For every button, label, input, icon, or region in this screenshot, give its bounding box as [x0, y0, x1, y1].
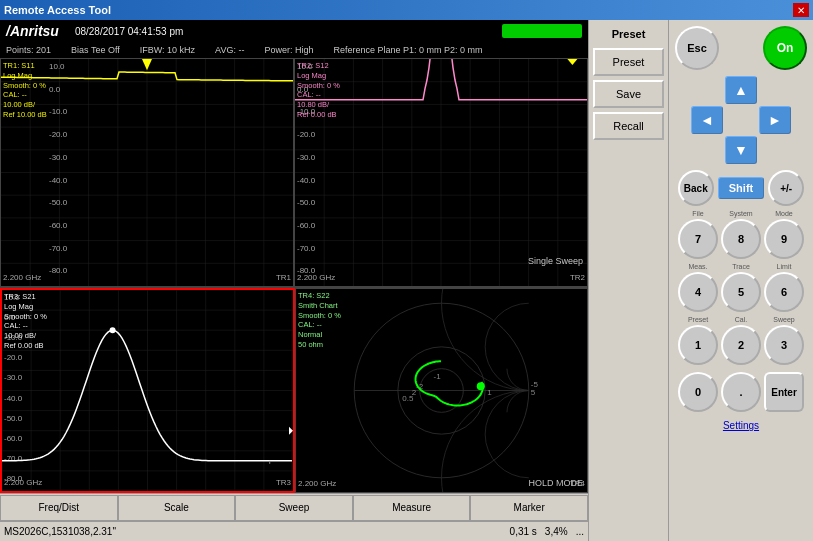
numpad3: 1 2 3 [675, 325, 807, 365]
arrow-empty-br [759, 136, 791, 164]
plusminus-button[interactable]: +/- [768, 170, 804, 206]
chart-tr1: TR1: S11Log MagSmooth: 0 %CAL: --10.00 d… [0, 58, 294, 287]
window-title: Remote Access Tool [4, 4, 111, 16]
close-button[interactable]: ✕ [793, 3, 809, 17]
numpad-row-label-3: Preset Cal. Sweep [675, 316, 807, 323]
num-8-button[interactable]: 8 [721, 219, 761, 259]
num-2-button[interactable]: 2 [721, 325, 761, 365]
tr3-name: TR3 [276, 478, 291, 487]
preset-button[interactable]: Preset [593, 48, 664, 76]
num-6-button[interactable]: 6 [764, 272, 804, 312]
save-button[interactable]: Save [593, 80, 664, 108]
tr4-label: TR4: S22Smith ChartSmooth: 0 %CAL: --Nor… [298, 291, 341, 350]
on-button[interactable]: On [763, 26, 807, 70]
tr1-freq-start: 2.200 GHz [3, 273, 41, 282]
arrow-up-button[interactable]: ▲ [725, 76, 757, 104]
numpad-row-label-1: File System Mode [675, 210, 807, 217]
shift-back-row: Back Shift +/- [675, 170, 807, 206]
chart-tr4: TR4: S22Smith ChartSmooth: 0 %CAL: --Nor… [295, 288, 588, 493]
bottom-charts: TR3: S21Log MagSmooth: 0 %CAL: --10.00 d… [0, 288, 588, 493]
top-charts: TR1: S11Log MagSmooth: 0 %CAL: --10.00 d… [0, 58, 588, 288]
control-panel: Esc On ▲ ◄ ► ▼ Back Shift +/- File Syste… [668, 20, 813, 541]
measure-button[interactable]: Measure [353, 495, 471, 521]
single-sweep-label: Single Sweep [528, 256, 583, 266]
numpad-row-label-2: Meas. Trace Limit [675, 263, 807, 270]
numpad2: 4 5 6 [675, 272, 807, 312]
numpad: 7 8 9 [675, 219, 807, 259]
tr3-freq-start: 2.200 GHz [4, 478, 42, 487]
arrow-pad: ▲ ◄ ► ▼ [691, 76, 791, 164]
enter-button[interactable]: Enter [764, 372, 804, 412]
num-1-button[interactable]: 1 [678, 325, 718, 365]
status-left: MS2026C,1531038,2.31" [4, 526, 116, 537]
num-dot-button[interactable]: . [721, 372, 761, 412]
ifbw-info: IFBW: 10 kHz [140, 45, 195, 55]
num-0-button[interactable]: 0 [678, 372, 718, 412]
sweep-button[interactable]: Sweep [235, 495, 353, 521]
chart-tr3: TR3: S21Log MagSmooth: 0 %CAL: --10.00 d… [0, 288, 295, 493]
tr1-label: TR1: S11Log MagSmooth: 0 %CAL: --10.00 d… [3, 61, 47, 120]
signal-bar [502, 24, 582, 38]
tr4-freq-start: 2.200 GHz [298, 479, 336, 488]
marker-button[interactable]: Marker [470, 495, 588, 521]
arrow-right-button[interactable]: ► [759, 106, 791, 134]
top-controls: Esc On [675, 26, 807, 70]
tr4-name: TR4 [570, 479, 585, 488]
title-bar: Remote Access Tool ✕ [0, 0, 813, 20]
points-info: Points: 201 [6, 45, 51, 55]
esc-button[interactable]: Esc [675, 26, 719, 70]
freq-dist-button[interactable]: Freq/Dist [0, 495, 118, 521]
num-7-button[interactable]: 7 [678, 219, 718, 259]
status-dots: ... [576, 526, 584, 537]
arrow-empty-tl [691, 76, 723, 104]
arrow-center-empty [725, 106, 757, 134]
arrow-left-button[interactable]: ◄ [691, 106, 723, 134]
main-layout: /Anritsu 08/28/2017 04:41:53 pm Points: … [0, 20, 813, 541]
chart-info-bar: Points: 201 Bias Tee Off IFBW: 10 kHz AV… [0, 42, 588, 58]
tr3-label: TR3: S21Log MagSmooth: 0 %CAL: --10.00 d… [4, 292, 47, 351]
preset-panel: Preset Preset Save Recall [588, 20, 668, 541]
arrow-down-button[interactable]: ▼ [725, 136, 757, 164]
num-9-button[interactable]: 9 [764, 219, 804, 259]
tr2-label: TR2: S12Log MagSmooth: 0 %CAL: --10.80 d… [297, 61, 340, 120]
scale-button[interactable]: Scale [118, 495, 236, 521]
arrow-empty-bl [691, 136, 723, 164]
recall-button[interactable]: Recall [593, 112, 664, 140]
power-info: Power: High [264, 45, 313, 55]
anritsu-bar: /Anritsu 08/28/2017 04:41:53 pm [0, 20, 588, 42]
bias-tee-info: Bias Tee Off [71, 45, 120, 55]
ref-plane-info: Reference Plane P1: 0 mm P2: 0 mm [333, 45, 482, 55]
anritsu-logo: /Anritsu [6, 23, 59, 39]
status-bar: MS2026C,1531038,2.31" 0,31 s 3,4% ... [0, 521, 588, 541]
status-right: 0,31 s 3,4% ... [510, 526, 584, 537]
num-3-button[interactable]: 3 [764, 325, 804, 365]
chart-tr2: TR2: S12Log MagSmooth: 0 %CAL: --10.80 d… [294, 58, 588, 287]
charts-area: TR1: S11Log MagSmooth: 0 %CAL: --10.00 d… [0, 58, 588, 493]
numpad4: 0 . Enter [675, 372, 807, 412]
status-time: 0,31 s [510, 526, 537, 537]
tr1-name: TR1 [276, 273, 291, 282]
left-area: /Anritsu 08/28/2017 04:41:53 pm Points: … [0, 20, 588, 541]
bottom-toolbar: Freq/Dist Scale Sweep Measure Marker [0, 493, 588, 521]
avg-info: AVG: -- [215, 45, 244, 55]
num-4-button[interactable]: 4 [678, 272, 718, 312]
back-button[interactable]: Back [678, 170, 714, 206]
preset-title: Preset [593, 24, 664, 44]
tr2-freq-start: 2.200 GHz [297, 273, 335, 282]
num-5-button[interactable]: 5 [721, 272, 761, 312]
shift-button[interactable]: Shift [718, 177, 764, 199]
arrow-empty-tr [759, 76, 791, 104]
status-percent: 3,4% [545, 526, 568, 537]
date-time: 08/28/2017 04:41:53 pm [75, 26, 183, 37]
tr2-name: TR2 [570, 273, 585, 282]
settings-link[interactable]: Settings [675, 420, 807, 431]
